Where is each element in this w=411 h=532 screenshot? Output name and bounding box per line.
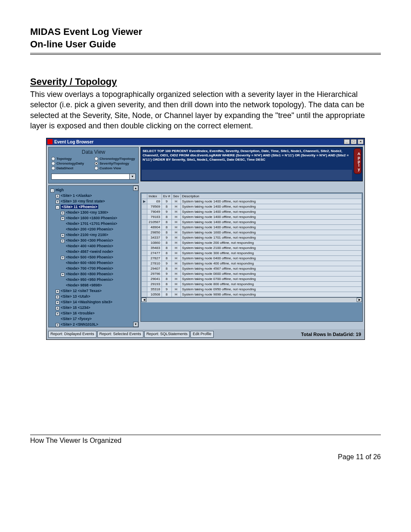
row-selector[interactable]: [142, 266, 147, 271]
row-selector[interactable]: [142, 246, 147, 251]
tree-node[interactable]: <Node> 1701 <1701 Phoenix>: [50, 221, 137, 227]
radio-chronology-daily[interactable]: ChronologyDaily: [51, 162, 93, 165]
row-selector[interactable]: [142, 235, 147, 240]
table-row[interactable]: 294078HSystem taking node 4567 offline, …: [142, 266, 362, 271]
tree-node[interactable]: +<Node> 300 <300 Phoenix>: [50, 238, 137, 243]
row-selector[interactable]: [142, 256, 147, 261]
tree-node[interactable]: <Site> 17 <fyoxy>: [50, 316, 137, 322]
scroll-right-icon[interactable]: ▶: [357, 298, 362, 302]
row-selector[interactable]: [142, 230, 147, 235]
table-row[interactable]: 353189HSystem taking node 0950 offline, …: [142, 287, 362, 292]
row-selector[interactable]: [142, 204, 147, 209]
table-row[interactable]: 278278HSystem taking node 0400 offline, …: [142, 256, 362, 261]
col-index[interactable]: Index: [147, 194, 162, 199]
col-ev[interactable]: Ev #: [162, 194, 171, 199]
tree-node[interactable]: +<Site> 15 <1234>: [50, 305, 137, 311]
row-selector[interactable]: [142, 261, 147, 266]
tree-node[interactable]: +<Site> 10 <my first state>: [50, 199, 137, 204]
table-row[interactable]: 290418HSystem taking node 0700 offline, …: [142, 277, 362, 282]
minimize-button[interactable]: _: [344, 139, 350, 144]
tree-node[interactable]: +<Site> 12 <site7 Texas>: [50, 288, 137, 294]
radio-chronology-topology[interactable]: Chronology/Topology: [94, 157, 136, 161]
table-row[interactable]: 108608HSystem taking node 200 offline, n…: [142, 240, 362, 246]
tree-node[interactable]: <Node> 950 <950 Phoenix>: [50, 277, 137, 283]
row-selector[interactable]: [142, 271, 147, 277]
tree-node[interactable]: <Node> 400 <400 Phoenix>: [50, 243, 137, 249]
report-displayed-button[interactable]: Report: Displayed Events: [48, 331, 97, 337]
col-sev[interactable]: Sev: [171, 194, 181, 199]
expand-icon[interactable]: -: [56, 205, 59, 209]
expand-icon[interactable]: +: [61, 239, 65, 243]
tree-node[interactable]: +<Node> 500 <500 Phoenix>: [50, 255, 137, 260]
tree-node[interactable]: +<Site> 14 <Washington site3>: [50, 299, 137, 305]
scroll-left-icon[interactable]: ◀: [141, 298, 146, 302]
table-row[interactable]: 274778HSystem taking node 300 offline, n…: [142, 251, 362, 256]
tree-node[interactable]: <Node> 4567 <weird node>: [50, 249, 137, 255]
tree-node[interactable]: -<Site> 11 <Phoenix>: [50, 204, 137, 210]
row-selector[interactable]: [142, 209, 147, 215]
expand-icon[interactable]: +: [56, 301, 59, 305]
row-selector[interactable]: ▶: [142, 199, 147, 204]
expand-icon[interactable]: +: [56, 200, 59, 204]
expand-icon[interactable]: +: [56, 323, 59, 327]
tree-node[interactable]: <Node> 9898 <9898>: [50, 283, 137, 288]
expand-icon[interactable]: +: [56, 295, 59, 299]
apply-button[interactable]: Apply: [354, 148, 361, 174]
tree-node[interactable]: +<Site> 2 <SNN1010L>: [50, 322, 137, 327]
expand-icon[interactable]: +: [61, 273, 65, 277]
row-selector[interactable]: [142, 225, 147, 230]
sql-scrollbar[interactable]: [142, 170, 352, 180]
tree-node[interactable]: +<Site> 1 <Alaska>: [50, 193, 137, 199]
row-selector[interactable]: [142, 220, 147, 225]
tree-node[interactable]: +<Node> 2100 <my 2100>: [50, 232, 137, 238]
maximize-button[interactable]: □: [351, 139, 357, 144]
row-selector[interactable]: [142, 277, 147, 282]
tree-node[interactable]: +<Node> 1300 <my 1300>: [50, 210, 137, 215]
tree-node[interactable]: <Node> 700 <700 Phoenix>: [50, 266, 137, 271]
row-selector[interactable]: [142, 282, 147, 287]
titlebar[interactable]: Event Log Browser _ □ ×: [47, 138, 364, 145]
data-grid[interactable]: Index Ev # Sev Description ▶699HSystem t…: [141, 193, 362, 297]
row-selector[interactable]: [142, 251, 147, 256]
expand-icon[interactable]: -: [50, 189, 54, 193]
expand-icon[interactable]: +: [61, 211, 65, 215]
row-selector[interactable]: [142, 215, 147, 220]
expand-icon[interactable]: +: [61, 233, 65, 237]
scroll-down-icon[interactable]: ▼: [133, 322, 138, 327]
row-selector[interactable]: [142, 287, 147, 292]
col-desc[interactable]: Description: [181, 194, 361, 199]
radio-custom-view[interactable]: Custom View: [94, 166, 136, 170]
tree-node[interactable]: +<Site> 13 <Utah>: [50, 294, 137, 299]
tree-panel[interactable]: ▲ ▼ -High+<Site> 1 <Alaska>+<Site> 10 <m…: [48, 185, 139, 327]
radio-topology[interactable]: Topology: [51, 157, 93, 161]
close-button[interactable]: ×: [358, 139, 364, 144]
expand-icon[interactable]: +: [61, 256, 65, 260]
expand-icon[interactable]: +: [56, 194, 59, 198]
expand-icon[interactable]: +: [56, 306, 59, 310]
tree-node[interactable]: <Node> 600 <600 Phoenix>: [50, 260, 137, 266]
edit-profile-button[interactable]: Edit Profile: [190, 331, 214, 337]
table-row[interactable]: 105088HSystem taking node 9898 offline, …: [142, 292, 362, 297]
radio-datasheet[interactable]: DataSheet: [51, 166, 93, 170]
tree-node[interactable]: <Node> 200 <200 Phoenix>: [50, 227, 137, 232]
row-selector[interactable]: [142, 240, 147, 246]
table-row[interactable]: 297969HSystem taking node 0600 offline, …: [142, 271, 362, 277]
table-row[interactable]: 791838HSystem taking node 1400 offline, …: [142, 215, 362, 220]
grid-hscroll[interactable]: ◀ ▶: [141, 297, 362, 302]
radio-severity-topology[interactable]: Severity/Topology: [94, 162, 136, 165]
tree-node[interactable]: -High: [50, 187, 137, 193]
table-row[interactable]: 354838HSystem taking node 2100 offline, …: [142, 246, 362, 251]
table-row[interactable]: 790499HSystem taking node 1400 offline, …: [142, 209, 362, 215]
tree-node[interactable]: +<Node> 800 <800 Phoenix>: [50, 271, 137, 277]
expand-icon[interactable]: +: [61, 217, 65, 221]
report-selected-button[interactable]: Report: Selected Events: [97, 331, 143, 337]
tree-node[interactable]: +<Site> 16 <trouble>: [50, 311, 137, 316]
scroll-up-icon[interactable]: ▲: [133, 186, 138, 191]
profile-combo[interactable]: ▼: [51, 174, 136, 180]
table-row[interactable]: 795698HSystem taking node 1400 offline, …: [142, 204, 362, 209]
expand-icon[interactable]: +: [56, 289, 59, 293]
table-row[interactable]: 343379HSystem taking node 1701 offline, …: [142, 235, 362, 240]
expand-icon[interactable]: +: [56, 312, 59, 316]
table-row[interactable]: 298508HSystem taking node 1600 offline, …: [142, 230, 362, 235]
table-row[interactable]: ▶699HSystem taking node 1400 offline, no…: [142, 199, 362, 204]
